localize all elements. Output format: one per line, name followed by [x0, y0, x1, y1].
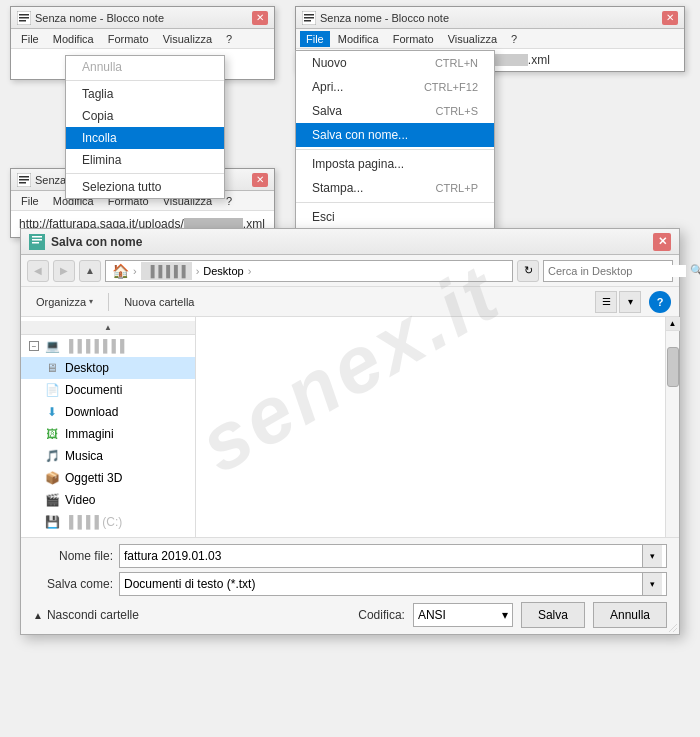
- file-dropdown: Nuovo CTRL+N Apri... CTRL+F12 Salva CTRL…: [295, 50, 495, 230]
- notepad2-menu-help[interactable]: ?: [505, 31, 523, 47]
- ctx-copia[interactable]: Copia: [66, 105, 224, 127]
- ctx-seleziona-tutto[interactable]: Seleziona tutto: [66, 176, 224, 198]
- tree-item-musica-label: Musica: [65, 449, 103, 463]
- tree-item-documenti[interactable]: 📄 Documenti: [21, 379, 195, 401]
- salva-come-label: Salva come:: [33, 577, 113, 591]
- immagini-icon: 🖼: [44, 426, 60, 442]
- tree-item-immagini[interactable]: 🖼 Immagini: [21, 423, 195, 445]
- notepad1-menu-visualizza[interactable]: Visualizza: [157, 31, 218, 47]
- notepad2-menu-visualizza[interactable]: Visualizza: [442, 31, 503, 47]
- hide-folders-btn[interactable]: ▲ Nascondi cartelle: [33, 608, 139, 622]
- notepad1-close-btn[interactable]: ✕: [252, 11, 268, 25]
- notepad1-titlebar: Senza nome - Blocco note ✕: [11, 7, 274, 29]
- ctx-taglia[interactable]: Taglia: [66, 83, 224, 105]
- vscroll: ▲: [665, 317, 679, 537]
- ctx-incolla[interactable]: Incolla: [66, 127, 224, 149]
- svg-rect-15: [32, 242, 39, 244]
- notepad1-menu-help[interactable]: ?: [220, 31, 238, 47]
- nav-up-btn[interactable]: ▲: [79, 260, 101, 282]
- nome-file-row: Nome file: fattura 2019.01.03 ▾: [33, 544, 667, 568]
- vscroll-thumb[interactable]: [667, 347, 679, 387]
- resize-grip[interactable]: [665, 620, 677, 632]
- organizza-dropdown-arrow: ▾: [89, 297, 93, 306]
- computer-icon: 💻: [44, 338, 60, 354]
- notepad2-close-btn[interactable]: ✕: [662, 11, 678, 25]
- desktop-icon: 🖥: [44, 360, 60, 376]
- notepad1-menu-modifica[interactable]: Modifica: [47, 31, 100, 47]
- svg-rect-1: [19, 14, 29, 16]
- salva-come-dropdown-arrow[interactable]: ▾: [642, 573, 662, 595]
- search-box: 🔍: [543, 260, 673, 282]
- svg-rect-10: [19, 179, 29, 181]
- tree-item-drive-label: ▐▐▐▐ (C:): [65, 515, 122, 529]
- nome-file-input[interactable]: fattura 2019.01.03 ▾: [119, 544, 667, 568]
- file-panel[interactable]: [196, 317, 665, 537]
- address-path[interactable]: 🏠 › ▐▐▐▐▐ › Desktop ›: [105, 260, 513, 282]
- context-menu: Annulla Taglia Copia Incolla Elimina Sel…: [65, 55, 225, 199]
- file-sep2: [296, 202, 494, 203]
- tree-item-video[interactable]: 🎬 Video: [21, 489, 195, 511]
- file-menu-salva-nome[interactable]: Salva con nome...: [296, 123, 494, 147]
- tree-expand-computer[interactable]: −: [29, 341, 39, 351]
- notepad1-menu-file[interactable]: File: [15, 31, 45, 47]
- salva-btn[interactable]: Salva: [521, 602, 585, 628]
- notepad3-menu-file[interactable]: File: [15, 193, 45, 209]
- svg-rect-5: [304, 14, 314, 16]
- organizza-btn[interactable]: Organizza ▾: [29, 293, 100, 311]
- annulla-btn[interactable]: Annulla: [593, 602, 667, 628]
- path-home-icon: 🏠: [112, 263, 129, 279]
- tree-panel: ▲ − 💻 ▐▐▐▐▐▐▐ 🖥 Desktop 📄 Documenti: [21, 317, 196, 537]
- tree-item-download[interactable]: ⬇ Download: [21, 401, 195, 423]
- salva-come-value: Documenti di testo (*.txt): [124, 577, 642, 591]
- nuova-cartella-btn[interactable]: Nuova cartella: [117, 293, 201, 311]
- file-menu-stampa[interactable]: Stampa... CTRL+P: [296, 176, 494, 200]
- tree-item-computer[interactable]: − 💻 ▐▐▐▐▐▐▐: [21, 335, 195, 357]
- notepad2-menubar: File Modifica Formato Visualizza ?: [296, 29, 684, 49]
- search-icon: 🔍: [690, 264, 700, 277]
- file-sep1: [296, 149, 494, 150]
- tree-item-desktop-label: Desktop: [65, 361, 109, 375]
- help-btn[interactable]: ?: [649, 291, 671, 313]
- ctx-sep1: [66, 80, 224, 81]
- file-menu-imposta[interactable]: Imposta pagina...: [296, 152, 494, 176]
- ctx-annulla[interactable]: Annulla: [66, 56, 224, 78]
- svg-line-16: [669, 624, 677, 632]
- notepad2-menu-file[interactable]: File: [300, 31, 330, 47]
- tree-item-drive[interactable]: 💾 ▐▐▐▐ (C:): [21, 511, 195, 533]
- view-dropdown-btn[interactable]: ▾: [619, 291, 641, 313]
- notepad2-titlebar: Senza nome - Blocco note ✕: [296, 7, 684, 29]
- ctx-sep2: [66, 173, 224, 174]
- dialog-titlebar-icon: [29, 234, 45, 250]
- tree-item-desktop[interactable]: 🖥 Desktop: [21, 357, 195, 379]
- tree-scroll-up[interactable]: ▲: [21, 321, 195, 335]
- view-list-btn[interactable]: ☰: [595, 291, 617, 313]
- file-menu-nuovo[interactable]: Nuovo CTRL+N: [296, 51, 494, 75]
- nome-file-dropdown-arrow[interactable]: ▾: [642, 545, 662, 567]
- notepad1-menu-formato[interactable]: Formato: [102, 31, 155, 47]
- salva-come-dropdown[interactable]: Documenti di testo (*.txt) ▾: [119, 572, 667, 596]
- notepad2-menu-formato[interactable]: Formato: [387, 31, 440, 47]
- path-user-icon: ▐▐▐▐▐: [141, 262, 192, 280]
- vscroll-up[interactable]: ▲: [666, 317, 680, 331]
- file-menu-salva[interactable]: Salva CTRL+S: [296, 99, 494, 123]
- refresh-btn[interactable]: ↻: [517, 260, 539, 282]
- file-menu-apri[interactable]: Apri... CTRL+F12: [296, 75, 494, 99]
- svg-rect-7: [304, 20, 311, 22]
- tree-item-oggetti3d[interactable]: 📦 Oggetti 3D: [21, 467, 195, 489]
- nav-back-btn[interactable]: ◀: [27, 260, 49, 282]
- dialog-close-btn[interactable]: ✕: [653, 233, 671, 251]
- notepad2-title: Senza nome - Blocco note: [320, 12, 658, 24]
- search-input[interactable]: [548, 265, 686, 277]
- dialog-titlebar: Salva con nome ✕: [21, 229, 679, 255]
- svg-rect-14: [32, 239, 42, 241]
- codifica-select[interactable]: ANSI ▾: [413, 603, 513, 627]
- file-menu-esci[interactable]: Esci: [296, 205, 494, 229]
- nav-forward-btn[interactable]: ▶: [53, 260, 75, 282]
- tree-item-musica[interactable]: 🎵 Musica: [21, 445, 195, 467]
- notepad3-close-btn[interactable]: ✕: [252, 173, 268, 187]
- notepad2-menu-modifica[interactable]: Modifica: [332, 31, 385, 47]
- ctx-elimina[interactable]: Elimina: [66, 149, 224, 171]
- save-dialog: Salva con nome ✕ ◀ ▶ ▲ 🏠 › ▐▐▐▐▐ › Deskt…: [20, 228, 680, 635]
- dialog-footer: Nome file: fattura 2019.01.03 ▾ Salva co…: [21, 537, 679, 634]
- tree-item-documenti-label: Documenti: [65, 383, 122, 397]
